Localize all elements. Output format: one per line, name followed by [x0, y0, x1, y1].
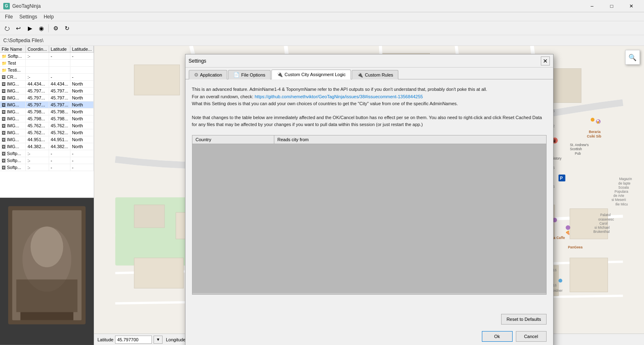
cell-lat: -: [49, 53, 70, 60]
table-row[interactable]: IMG... 45.798... 45.798... North: [0, 115, 94, 122]
tab-custom-city-label: Custom City Assignment Logic: [285, 72, 346, 77]
cell-lat2: -: [70, 164, 93, 171]
cell-filename: IMG...: [0, 95, 26, 101]
cell-lat: 45.762...: [49, 122, 70, 129]
col-coord[interactable]: Coordin...: [26, 46, 49, 53]
col-reads-city: Reads city from: [274, 135, 546, 144]
dialog-content: This is an advanced feature. AdminName1-…: [185, 79, 553, 314]
tab-custom-city[interactable]: 🔌 Custom City Assignment Logic: [271, 70, 351, 79]
col-country: Country: [192, 135, 274, 144]
right-area: Strada Avram Iancu: [94, 46, 644, 345]
cell-lat2: North: [70, 115, 93, 122]
cell-lat: -: [49, 157, 70, 164]
col-lat2[interactable]: Latitude...: [70, 46, 93, 53]
preview-image: [0, 198, 94, 345]
warning-text: Note that changes to the table below are…: [192, 114, 547, 129]
current-path: C:\Softpedia Files\: [3, 38, 43, 43]
tab-file-options[interactable]: 📄 File Options: [228, 70, 271, 79]
table-row[interactable]: Softp... :- - -: [0, 150, 94, 157]
cell-filename: Softp...: [0, 157, 26, 164]
cell-lat2: North: [70, 108, 93, 115]
cell-lat2: North: [70, 101, 93, 108]
cell-filename: Testi...: [0, 67, 26, 74]
table-row[interactable]: IMG... 45.762... 45.762... North: [0, 122, 94, 129]
cell-filename: CR...: [0, 74, 26, 81]
latitude-field: Latitude ▼: [97, 336, 163, 344]
ok-button[interactable]: Ok: [482, 331, 513, 342]
cell-coord: 44.951...: [26, 136, 49, 143]
file-table: File Name Coordin... Latitude Latitude..…: [0, 46, 94, 171]
close-button[interactable]: ✕: [622, 0, 641, 12]
main-content: File Name Coordin... Latitude Latitude..…: [0, 46, 644, 345]
table-row[interactable]: Testi...: [0, 67, 94, 74]
table-row[interactable]: IMG... 45.797... 45.797... North: [0, 101, 94, 108]
table-row[interactable]: IMG... 45.762... 45.762... North: [0, 129, 94, 136]
cell-coord: 45.762...: [26, 129, 49, 136]
cell-lat: 45.797...: [49, 101, 70, 108]
cell-filename: Test: [0, 60, 26, 67]
left-panel: File Name Coordin... Latitude Latitude..…: [0, 46, 94, 345]
reset-defaults-button[interactable]: Reset to Defaults: [501, 314, 546, 325]
table-row[interactable]: Softp... :- - -: [0, 53, 94, 60]
svg-rect-6: [20, 312, 73, 320]
dialog-close-button[interactable]: ✕: [541, 56, 550, 65]
toolbar-run[interactable]: ▶: [25, 23, 35, 34]
table-row[interactable]: IMG... 45.797... 45.797... North: [0, 88, 94, 95]
cell-coord: :-: [26, 53, 49, 60]
table-row[interactable]: IMG... 44.434... 44.434... North: [0, 81, 94, 88]
cell-lat: 44.434...: [49, 81, 70, 88]
app-title: GeoTagNinja: [12, 3, 583, 9]
cancel-button[interactable]: Cancel: [516, 331, 547, 342]
menu-file[interactable]: File: [2, 13, 16, 20]
table-row[interactable]: IMG... 45.798... 45.798... North: [0, 108, 94, 115]
table-row[interactable]: IMG... 44.951... 44.951... North: [0, 136, 94, 143]
file-list[interactable]: File Name Coordin... Latitude Latitude..…: [0, 46, 94, 198]
minimize-button[interactable]: –: [583, 0, 601, 12]
table-header: Country Reads city from: [192, 135, 546, 144]
cell-filename: IMG...: [0, 101, 26, 108]
tab-file-options-label: File Options: [241, 72, 265, 77]
cell-filename: IMG...: [0, 81, 26, 88]
latitude-input[interactable]: [115, 336, 152, 344]
tab-file-options-icon: 📄: [233, 72, 240, 78]
tab-custom-rules[interactable]: 🔌 Custom Rules: [352, 70, 398, 79]
cell-lat: 44.382...: [49, 143, 70, 150]
cell-lat2: North: [70, 143, 93, 150]
tab-application[interactable]: ⚙ Application: [189, 70, 228, 79]
table-row[interactable]: Test: [0, 60, 94, 67]
cell-lat2: North: [70, 88, 93, 95]
latitude-dropdown-btn[interactable]: ▼: [154, 336, 163, 344]
info-link[interactable]: https://github.com/nemethviktor/GeoTagNi…: [255, 94, 423, 99]
table-row[interactable]: IMG... 44.382... 44.382... North: [0, 143, 94, 150]
table-row[interactable]: CR... :- - -: [0, 74, 94, 81]
cell-filename: IMG...: [0, 122, 26, 129]
cell-lat: 45.797...: [49, 95, 70, 101]
menu-help[interactable]: Help: [41, 13, 57, 20]
cell-filename: IMG...: [0, 88, 26, 95]
cell-lat2: North: [70, 136, 93, 143]
preview-placeholder: [0, 198, 94, 345]
cell-coord: 45.762...: [26, 122, 49, 129]
col-lat[interactable]: Latitude: [49, 46, 70, 53]
cell-filename: Softp...: [0, 150, 26, 157]
menu-settings[interactable]: Settings: [16, 13, 40, 20]
cell-lat: 45.798...: [49, 115, 70, 122]
toolbar-target[interactable]: ◉: [36, 23, 47, 34]
table-row[interactable]: Softp... :- - -: [0, 157, 94, 164]
toolbar-undo[interactable]: ↩: [13, 23, 24, 34]
cell-coord: [26, 67, 49, 74]
info-line3: What this Setting does is that you can a…: [192, 101, 458, 106]
maximize-button[interactable]: □: [602, 0, 621, 12]
table-row[interactable]: IMG... 45.797... 45.797... North: [0, 95, 94, 101]
table-row[interactable]: Softp... :- - -: [0, 164, 94, 171]
cell-coord: :-: [26, 157, 49, 164]
toolbar-settings[interactable]: ⚙: [50, 23, 61, 34]
cell-lat: 45.797...: [49, 88, 70, 95]
col-filename[interactable]: File Name: [0, 46, 26, 53]
toolbar-reload[interactable]: ↻: [62, 23, 72, 34]
toolbar-sep: [48, 24, 49, 32]
toolbar-refresh[interactable]: ⭮: [2, 23, 12, 34]
dialog-footer: Ok Cancel: [185, 328, 553, 345]
city-assignment-table[interactable]: Country Reads city from: [192, 135, 547, 295]
cell-lat2: North: [70, 122, 93, 129]
